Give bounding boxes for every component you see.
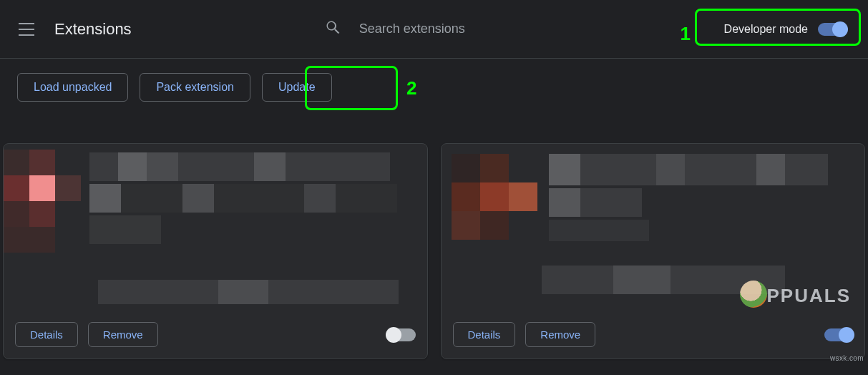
developer-mode-label: Developer mode — [724, 23, 808, 36]
search-input[interactable] — [359, 21, 617, 36]
update-button[interactable]: Update — [262, 73, 332, 102]
remove-button[interactable]: Remove — [525, 322, 595, 347]
extension-enable-toggle[interactable] — [387, 328, 416, 341]
extension-enable-toggle[interactable] — [824, 328, 853, 341]
extensions-grid: Details Remove — [0, 143, 868, 359]
search-icon — [325, 19, 342, 39]
page-title: Extensions — [54, 20, 132, 39]
search-box[interactable] — [325, 14, 640, 45]
appuals-watermark: PPUALS — [740, 282, 851, 309]
developer-mode-group: Developer mode — [717, 17, 854, 42]
header-bar: Extensions Developer mode — [0, 0, 868, 59]
extension-card: Details Remove — [3, 143, 428, 359]
pack-extension-button[interactable]: Pack extension — [140, 73, 250, 102]
extension-card-body — [4, 144, 427, 312]
extension-card-footer: Details Remove — [4, 312, 427, 359]
annotation-marker-2: 2 — [406, 77, 416, 99]
developer-mode-toggle[interactable] — [818, 23, 847, 36]
extension-card: Details Remove — [441, 143, 866, 359]
developer-toolbar: Load unpacked Pack extension Update — [0, 59, 868, 116]
annotation-marker-1: 1 — [681, 23, 691, 45]
site-watermark: wsxk.com — [830, 354, 864, 362]
details-button[interactable]: Details — [15, 322, 78, 347]
extension-card-footer: Details Remove — [442, 312, 865, 359]
remove-button[interactable]: Remove — [88, 322, 158, 347]
hamburger-menu-icon[interactable] — [19, 21, 36, 38]
details-button[interactable]: Details — [453, 322, 516, 347]
appuals-text: PPUALS — [767, 285, 851, 307]
appuals-avatar-icon — [740, 281, 767, 308]
load-unpacked-button[interactable]: Load unpacked — [17, 73, 128, 102]
